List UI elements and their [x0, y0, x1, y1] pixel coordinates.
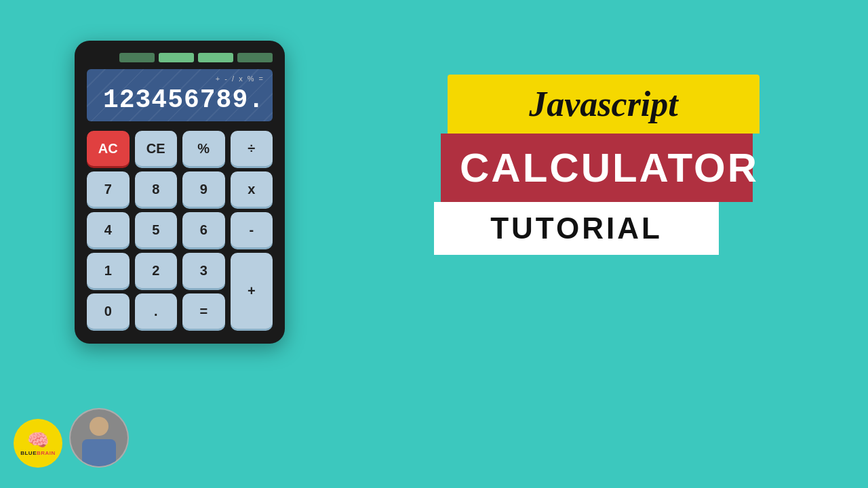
seg1: [119, 53, 155, 62]
title-javascript: Javascript: [448, 75, 760, 134]
title-calculator: CALCULATOR: [441, 134, 753, 202]
brand-name: BLUEBRAIN: [20, 450, 56, 456]
button-subtract[interactable]: -: [231, 212, 273, 247]
seg2: [159, 53, 194, 62]
bottom-avatars: 🧠 BLUEBRAIN: [14, 408, 129, 468]
calculator-buttons: AC CE % ÷ 7 8 9 x 4 5 6 - 1 2 3 + 0 . =: [87, 131, 273, 329]
button-1[interactable]: 1: [87, 253, 130, 288]
button-5[interactable]: 5: [135, 212, 178, 247]
calculator-display: + - / x % = 123456789.: [87, 69, 273, 121]
button-ce[interactable]: CE: [135, 131, 178, 166]
button-6[interactable]: 6: [182, 212, 225, 247]
button-add[interactable]: +: [231, 253, 273, 329]
display-number: 123456789.: [95, 85, 264, 115]
button-divide[interactable]: ÷: [231, 131, 273, 166]
person-head: [90, 417, 108, 436]
seg4: [237, 53, 273, 62]
calculator-top-bar: [87, 53, 273, 62]
button-multiply[interactable]: x: [231, 171, 273, 207]
title-tutorial: TUTORIAL: [434, 202, 719, 255]
brain-icon: 🧠: [27, 431, 49, 449]
button-ac[interactable]: AC: [87, 131, 130, 166]
button-7[interactable]: 7: [87, 171, 130, 207]
brand-logo: 🧠 BLUEBRAIN: [14, 419, 62, 468]
display-ops: + - / x % =: [95, 75, 264, 83]
button-dot[interactable]: .: [135, 293, 178, 329]
button-9[interactable]: 9: [182, 171, 225, 207]
person-avatar: [69, 408, 129, 468]
button-2[interactable]: 2: [135, 253, 178, 288]
button-3[interactable]: 3: [182, 253, 225, 288]
button-percent[interactable]: %: [182, 131, 225, 166]
person-figure: [79, 415, 119, 466]
seg3: [198, 53, 233, 62]
title-area: Javascript CALCULATOR TUTORIAL: [448, 75, 760, 255]
button-4[interactable]: 4: [87, 212, 130, 247]
button-8[interactable]: 8: [135, 171, 178, 207]
button-0[interactable]: 0: [87, 293, 130, 329]
button-equals[interactable]: =: [182, 293, 225, 329]
calculator: + - / x % = 123456789. AC CE % ÷ 7 8 9 x…: [75, 41, 285, 344]
person-body: [82, 439, 116, 466]
